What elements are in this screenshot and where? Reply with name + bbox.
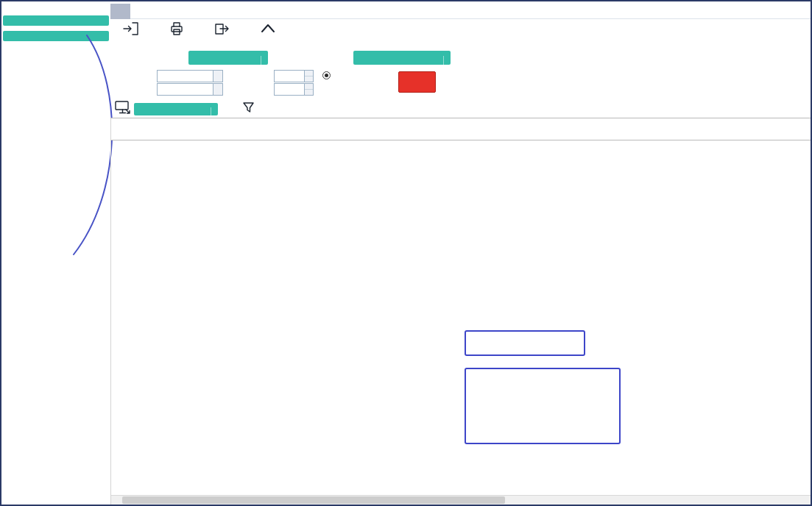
date-from-input[interactable] [157,70,223,82]
data-grid [110,118,811,495]
radio-dot [325,74,328,77]
exit-report-button[interactable] [113,21,149,40]
scroll-left-button[interactable] [111,496,121,505]
calendar-dropdown-button[interactable] [213,71,222,82]
operator-dropdown[interactable] [353,51,451,65]
till-dropdown[interactable] [188,51,268,65]
spinner-down-button[interactable] [305,76,313,82]
main-area [110,1,811,505]
grid-header [111,118,811,140]
hide-headers-button[interactable] [250,21,286,40]
export-report-button[interactable] [205,21,240,40]
date-to-input[interactable] [157,83,223,96]
spinner-up-button[interactable] [305,84,313,90]
tab-till-keylogs[interactable] [110,4,130,19]
printer-icon [168,21,186,39]
tab-bar [110,1,811,19]
toolbar [113,21,286,40]
horizontal-scrollbar[interactable] [110,495,811,505]
select-by-time-radio[interactable] [322,71,331,79]
app-window [0,0,812,506]
sidebar-group-global-saved-reports[interactable] [3,15,109,26]
filter-icon[interactable] [242,101,255,118]
time-to-input[interactable] [274,83,314,96]
scroll-right-button[interactable] [800,496,811,505]
scrollbar-thumb[interactable] [122,496,505,504]
export-icon [213,21,231,39]
exit-icon [122,21,140,39]
spinner-up-button[interactable] [305,71,313,76]
spinner-down-button[interactable] [305,90,313,95]
sidebar [1,1,110,505]
refresh-button[interactable] [398,71,436,93]
print-report-button[interactable] [159,21,194,40]
calendar-dropdown-button[interactable] [213,84,222,95]
annotation-box-clear-cancel [465,330,585,356]
chevron-up-icon [259,21,277,39]
sidebar-group-my-saved-reports[interactable] [3,31,109,41]
export-dropdown[interactable] [134,103,218,115]
time-spinner [304,71,313,82]
time-spinner [304,84,313,95]
time-from-input[interactable] [274,70,314,82]
export-preview-icon[interactable] [114,100,132,119]
annotation-box-entry-sequence [465,368,621,444]
